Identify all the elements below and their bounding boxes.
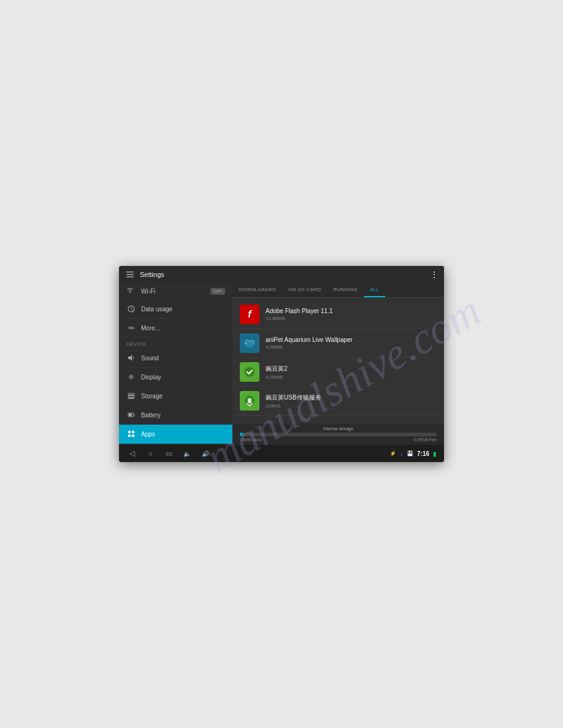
storage-free: 0.90GB free (413, 438, 437, 442)
app-title: Settings (140, 271, 430, 278)
status-icons: ⚡ ↓ 💾 7:16 ▮ (389, 450, 437, 457)
device-frame: Settings ⋮ Wi-Fi OFF (119, 266, 444, 462)
display-icon (126, 372, 136, 382)
list-item[interactable]: aniPet Aquarium Live Wallpaper 4.09MB (232, 329, 444, 358)
sidebar-item-more[interactable]: More... (119, 319, 232, 338)
svg-point-21 (253, 342, 255, 344)
storage-bar-fill (240, 433, 243, 436)
storage-label-text: Internal storage (240, 427, 437, 431)
svg-rect-15 (128, 434, 131, 437)
sd-status-icon: 💾 (407, 450, 413, 457)
tab-all[interactable]: ALL (364, 283, 385, 297)
svg-rect-12 (129, 414, 132, 416)
tabs-row: DOWNLOADED ON SD CARD RUNNING ALL (232, 283, 444, 298)
right-panel: DOWNLOADED ON SD CARD RUNNING ALL f Adob… (232, 283, 444, 445)
sidebar-item-apps[interactable]: Apps (119, 425, 232, 444)
home-button[interactable]: ○ (145, 448, 156, 459)
sidebar: Wi-Fi OFF Data usage (119, 283, 232, 445)
volume-up-button[interactable]: 🔊 (200, 448, 211, 459)
list-item[interactable]: 豌豆荚2 4.09MB (232, 358, 444, 387)
app-size: 12.86MB (266, 316, 333, 321)
storage-bar-bg (240, 433, 437, 436)
app-name: 豌豆荚2 (266, 365, 288, 373)
app-size: 4.09MB (266, 374, 288, 380)
storage-label: Storage (141, 393, 163, 400)
app-list: f Adobe Flash Player 11.1 12.86MB (232, 298, 444, 423)
svg-rect-0 (126, 271, 134, 273)
section-device: DEVICE (119, 338, 232, 349)
sound-label: Sound (141, 355, 159, 362)
svg-rect-16 (132, 434, 134, 437)
battery-status-icon: ▮ (433, 450, 437, 457)
tab-downloaded[interactable]: DOWNLOADED (232, 283, 282, 297)
wifi-label: Wi-Fi (141, 288, 155, 295)
sidebar-item-storage[interactable]: Storage (119, 387, 232, 406)
app-name: Adobe Flash Player 11.1 (266, 308, 333, 314)
list-item[interactable]: f Adobe Flash Player 11.1 12.86MB (232, 300, 444, 329)
wifi-icon (126, 286, 136, 296)
svg-rect-2 (126, 276, 134, 278)
data-usage-label: Data usage (141, 306, 172, 313)
app-info-adobe: Adobe Flash Player 11.1 12.86MB (266, 308, 333, 321)
svg-rect-7 (128, 393, 134, 395)
wifi-toggle[interactable]: OFF (210, 288, 225, 295)
storage-icon (126, 391, 136, 401)
svg-rect-11 (134, 414, 135, 415)
data-usage-icon (126, 304, 136, 314)
apps-label: Apps (141, 431, 155, 438)
app-info-app2: 豌豆荚2 4.09MB (266, 365, 288, 380)
storage-bar-container: Internal storage 15MB used 0.90GB free (232, 423, 444, 445)
sidebar-item-sound[interactable]: Sound (119, 349, 232, 368)
storage-used: 15MB used (240, 438, 261, 442)
tab-on-sd-card[interactable]: ON SD CARD (282, 283, 327, 297)
app-size: 128KB (266, 403, 321, 409)
more-icon (126, 323, 136, 333)
app-name: 豌豆荚USB传输服务 (266, 393, 321, 402)
battery-icon (126, 410, 136, 420)
app-icon-app2 (240, 362, 259, 382)
bottom-nav: ◁ ○ ▭ 🔈 🔊 ⚡ ↓ 💾 7:16 ▮ (119, 445, 444, 462)
download-status-icon: ↓ (400, 450, 403, 457)
list-item[interactable]: 豌豆荚USB传输服务 128KB (232, 387, 444, 415)
svg-rect-26 (248, 398, 251, 403)
svg-rect-8 (128, 396, 134, 398)
app-info-anipet: aniPet Aquarium Live Wallpaper 4.09MB (266, 336, 353, 350)
apps-icon (126, 429, 136, 439)
svg-point-20 (245, 342, 247, 344)
svg-point-23 (245, 367, 255, 377)
usb-status-icon: ⚡ (389, 450, 396, 457)
app-icon-anipet (240, 333, 259, 353)
app-info-app3: 豌豆荚USB传输服务 128KB (266, 393, 321, 409)
sidebar-item-wifi[interactable]: Wi-Fi OFF (119, 283, 232, 300)
sound-icon (126, 353, 136, 363)
sidebar-item-data-usage[interactable]: Data usage (119, 300, 232, 319)
svg-rect-14 (132, 431, 134, 433)
app-icon-app3 (240, 391, 259, 411)
svg-rect-9 (128, 398, 134, 399)
status-time: 7:16 (417, 450, 429, 457)
app-icon-adobe: f (240, 305, 259, 324)
sidebar-item-display[interactable]: Display (119, 368, 232, 387)
more-label: More... (141, 325, 160, 332)
settings-icon (124, 268, 136, 281)
overflow-menu-icon[interactable]: ⋮ (430, 270, 439, 279)
display-label: Display (141, 374, 161, 381)
tab-running[interactable]: RUNNING (327, 283, 363, 297)
app-size: 4.09MB (266, 344, 353, 350)
app-name: aniPet Aquarium Live Wallpaper (266, 336, 353, 343)
svg-point-6 (131, 376, 132, 377)
top-bar: Settings ⋮ (119, 266, 444, 283)
back-button[interactable]: ◁ (126, 448, 137, 459)
battery-label: Battery (141, 412, 161, 419)
storage-stats: 15MB used 0.90GB free (240, 438, 437, 442)
svg-rect-13 (128, 431, 131, 433)
svg-rect-1 (126, 274, 134, 275)
main-content: Wi-Fi OFF Data usage (119, 283, 444, 445)
volume-down-button[interactable]: 🔈 (182, 448, 193, 459)
sidebar-item-battery[interactable]: Battery (119, 406, 232, 425)
recent-button[interactable]: ▭ (163, 448, 174, 459)
svg-marker-4 (128, 355, 132, 361)
